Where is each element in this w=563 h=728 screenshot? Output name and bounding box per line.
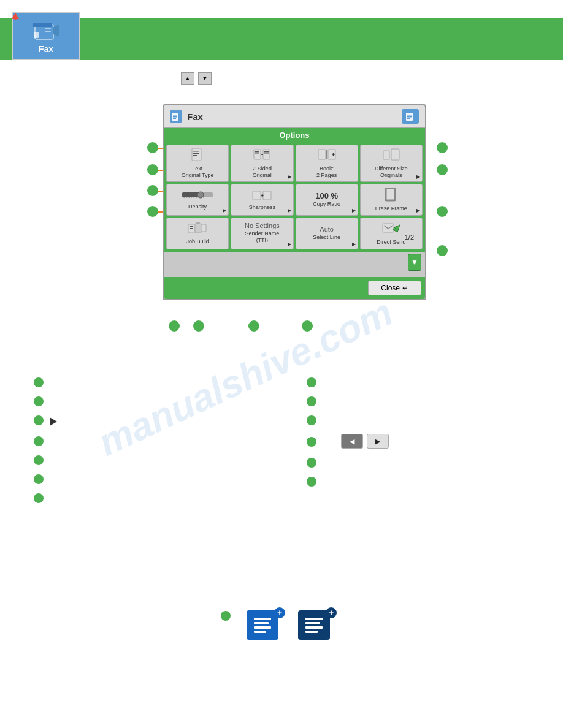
- book-icon: [318, 148, 336, 164]
- text-icon: [191, 148, 204, 164]
- job-build-icon: [188, 222, 207, 237]
- close-icon: ↵: [402, 284, 408, 292]
- copy-ratio-arrow: ▶: [352, 208, 356, 214]
- left-bullet-row-2: [34, 396, 267, 406]
- options-grid: Text Original Type 2-Sided Original ▶: [164, 142, 425, 252]
- text-label: Text: [193, 165, 203, 172]
- page-indicator: 1/2: [402, 233, 416, 241]
- sender-name-arrow: ▶: [288, 241, 291, 248]
- dialog-title: Fax: [170, 110, 203, 123]
- select-line-arrow: ▶: [352, 241, 356, 248]
- svg-rect-37: [386, 188, 395, 200]
- left-bullet-2: [34, 396, 44, 406]
- svg-rect-40: [190, 226, 193, 227]
- option-density[interactable]: * * * * * * * * * Density ▶: [166, 184, 229, 216]
- right-bullet-row-2: [307, 396, 540, 406]
- left-content: [34, 377, 267, 512]
- sharpness-icon: [252, 189, 272, 203]
- right-bullet-row-3: [307, 415, 540, 425]
- 2sided-arrow: ▶: [288, 174, 291, 180]
- left-bullet-row-6: [34, 474, 267, 484]
- svg-rect-18: [193, 153, 199, 154]
- svg-rect-19: [193, 155, 197, 156]
- right-bullet-1: [307, 377, 316, 387]
- option-job-build[interactable]: Job Build: [166, 218, 229, 249]
- 2sided-icon: [253, 148, 270, 164]
- left-bullet-6: [34, 474, 44, 484]
- dialog-titlebar: Fax: [164, 105, 425, 128]
- dialog-footer: Close ↵: [164, 277, 425, 299]
- arrow-controls: ▲ ▼: [181, 72, 212, 85]
- left-bullet-7: [34, 493, 44, 503]
- play-triangle-icon: [50, 417, 57, 426]
- select-line-icon: Auto: [320, 226, 334, 233]
- svg-rect-11: [173, 118, 176, 119]
- job-build-dark-icon: [298, 610, 330, 640]
- left-bullet-row-1: [34, 377, 267, 387]
- bottom-icons-area: + +: [221, 610, 334, 648]
- option-select-line[interactable]: Auto Select Line ▶: [296, 218, 358, 249]
- fax-icon-box[interactable]: Fax: [12, 12, 80, 60]
- option-2sided-original[interactable]: 2-Sided Original ▶: [231, 145, 293, 182]
- right-bullet-row-1: [307, 377, 540, 387]
- scroll-down-page-button[interactable]: ▼: [408, 254, 421, 271]
- erase-frame-icon: [385, 188, 398, 204]
- svg-rect-10: [173, 116, 177, 118]
- plus-badge-1: +: [274, 607, 285, 618]
- nav-prev-button[interactable]: ◀: [341, 434, 363, 449]
- density-arrow: ▶: [223, 208, 226, 214]
- direct-send-label: Direct Send: [377, 239, 405, 246]
- svg-rect-3: [33, 23, 52, 27]
- erase-frame-arrow: ▶: [416, 208, 420, 214]
- svg-rect-9: [173, 115, 177, 116]
- diff-size-icon: [383, 148, 400, 164]
- right-bullet-row-5: [307, 457, 540, 468]
- diff-size-arrow: ▶: [416, 174, 420, 180]
- bullet-bottom-4: [302, 320, 313, 332]
- svg-rect-22: [255, 154, 259, 155]
- bullet-right-3: [437, 206, 448, 217]
- dialog-close-icon-btn[interactable]: [402, 109, 419, 124]
- svg-rect-25: [264, 154, 269, 155]
- scroll-down-button[interactable]: ▼: [198, 72, 212, 85]
- svg-rect-16: [192, 148, 201, 161]
- nav-next-button[interactable]: ▶: [367, 434, 389, 449]
- option-sharpness[interactable]: Sharpness ▶: [231, 184, 293, 216]
- book-sublabel: 2 Pages: [316, 172, 337, 179]
- sharpness-label: Sharpness: [249, 204, 275, 211]
- sender-name-label: Sender Name: [245, 230, 280, 237]
- svg-rect-26: [318, 150, 326, 159]
- right-bullet-row-4: ◀ ▶: [307, 434, 540, 449]
- close-button[interactable]: Close ↵: [368, 281, 421, 295]
- bullet-right-2: [437, 164, 448, 175]
- option-diff-size-originals[interactable]: Different Size Originals ▶: [360, 145, 423, 182]
- right-bullet-2: [307, 396, 316, 406]
- left-bullet-row-5: [34, 455, 267, 465]
- option-copy-ratio[interactable]: 100 % Copy Ratio ▶: [296, 184, 358, 216]
- svg-rect-35: [253, 191, 261, 200]
- option-book-2pages[interactable]: Book: 2 Pages: [296, 145, 358, 182]
- option-erase-frame[interactable]: Erase Frame ▶: [360, 184, 423, 216]
- svg-rect-30: [391, 149, 399, 160]
- fax-icon-image: [31, 18, 61, 43]
- plus-badge-2: +: [326, 607, 337, 618]
- diff-size-label: Different Size: [375, 165, 408, 172]
- svg-rect-45: [383, 224, 394, 232]
- bullet-right-1: [437, 142, 448, 153]
- dialog-title-icon: [170, 110, 182, 123]
- left-bullet-3: [34, 415, 44, 425]
- svg-rect-4: [34, 32, 39, 38]
- scroll-up-button[interactable]: ▲: [181, 72, 194, 85]
- job-build-label: Job Build: [186, 238, 209, 245]
- bottom-bullet: [221, 611, 231, 621]
- svg-marker-7: [53, 25, 59, 37]
- left-bullet-row-3: [34, 415, 267, 427]
- job-build-blue-icon: [247, 610, 278, 640]
- svg-rect-1: [15, 19, 17, 20]
- option-text-original-type[interactable]: Text Original Type: [166, 145, 229, 182]
- bullet-right-4: [437, 245, 448, 256]
- option-sender-name[interactable]: No Settings Sender Name (TTI) ▶: [231, 218, 293, 249]
- svg-text:* * * * * * * * *: * * * * * * * * *: [183, 196, 205, 200]
- right-bullet-3: [307, 415, 316, 425]
- diff-size-sublabel: Originals: [380, 172, 402, 179]
